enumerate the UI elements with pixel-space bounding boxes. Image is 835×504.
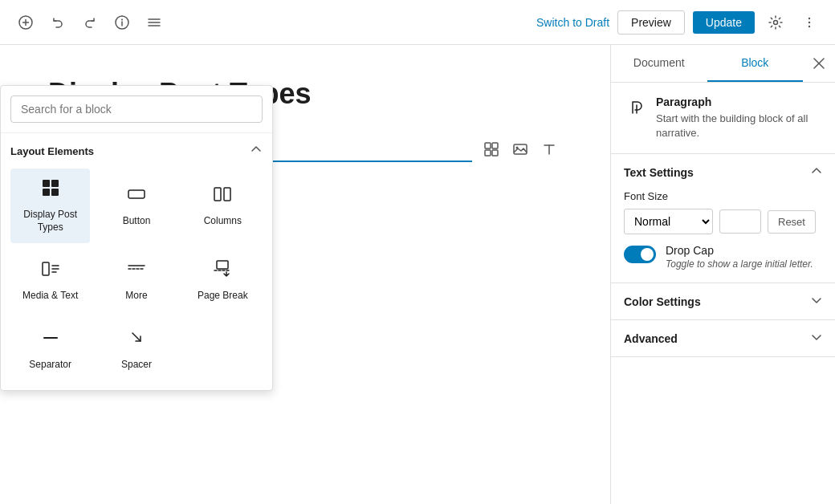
separator-block-icon	[41, 328, 60, 352]
redo-button[interactable]	[77, 10, 103, 35]
tab-block[interactable]: Block	[707, 45, 804, 82]
more-label: More	[125, 290, 147, 303]
add-icon	[18, 15, 33, 30]
text-view-button[interactable]	[536, 136, 562, 162]
font-size-number-input[interactable]	[719, 209, 761, 234]
tab-document[interactable]: Document	[611, 45, 707, 82]
page-break-icon	[213, 259, 232, 278]
block-section-layout: Layout Elements	[1, 133, 272, 390]
chevron-down-small-icon	[811, 331, 822, 343]
svg-rect-29	[224, 188, 230, 201]
grid-view-button[interactable]	[479, 136, 504, 162]
topbar-right: Switch to Draft Preview Update	[536, 10, 822, 35]
more-block-icon	[127, 259, 146, 283]
block-search-input[interactable]	[10, 96, 263, 123]
paragraph-block-icon	[624, 96, 646, 123]
layout-section-collapse-button[interactable]	[250, 143, 263, 159]
block-info: Paragraph Start with the building block …	[611, 83, 835, 154]
settings-gear-button[interactable]	[763, 10, 788, 35]
svg-line-39	[132, 333, 141, 341]
editor-area[interactable]: Display Post Types	[0, 45, 610, 504]
font-size-label: Font Size	[624, 190, 822, 202]
color-settings-title: Color Settings	[624, 295, 701, 308]
svg-rect-18	[492, 150, 498, 156]
font-size-row: Normal Small Medium Large Extra Large Re…	[624, 209, 822, 234]
svg-rect-16	[492, 143, 498, 148]
separator-icon	[41, 328, 60, 348]
block-toolbar	[479, 136, 562, 162]
svg-rect-27	[128, 190, 145, 198]
svg-rect-15	[485, 143, 491, 148]
info-button[interactable]	[109, 10, 135, 35]
display-post-types-icon	[41, 178, 60, 202]
add-block-topbar-button[interactable]	[13, 10, 39, 35]
image-view-button[interactable]	[507, 136, 533, 162]
preview-button[interactable]: Preview	[617, 10, 685, 35]
svg-point-9	[774, 20, 778, 24]
svg-point-20	[516, 147, 519, 149]
gear-icon	[768, 14, 784, 30]
page-break-block-icon	[213, 259, 232, 283]
block-search	[1, 86, 272, 133]
block-grid: Display Post Types Button	[10, 169, 263, 380]
text-settings-title: Text Settings	[624, 166, 694, 179]
drop-cap-row: Drop Cap Toggle to show a large initial …	[624, 244, 822, 270]
svg-rect-25	[43, 189, 50, 196]
block-item-columns[interactable]: Columns	[183, 169, 263, 243]
sidebar-tabs: Document Block	[611, 45, 835, 83]
block-item-display-post-types[interactable]: Display Post Types	[10, 169, 90, 243]
button-label: Button	[123, 215, 151, 228]
main-layout: Display Post Types	[0, 45, 835, 504]
text-settings-body: Font Size Normal Small Medium Large Extr…	[611, 190, 835, 282]
font-size-reset-button[interactable]: Reset	[768, 210, 816, 234]
chevron-down-icon	[811, 295, 822, 306]
advanced-header[interactable]: Advanced	[611, 320, 835, 356]
button-icon	[127, 185, 146, 204]
separator-label: Separator	[29, 359, 71, 372]
grid-4-icon	[41, 178, 60, 197]
text-settings-chevron-icon	[811, 165, 822, 179]
menu-button[interactable]	[141, 10, 167, 35]
svg-rect-23	[43, 180, 50, 187]
svg-rect-24	[51, 180, 59, 187]
block-item-media-text[interactable]: Media & Text	[10, 250, 90, 312]
media-text-icon	[41, 259, 60, 278]
block-info-text: Paragraph Start with the building block …	[656, 96, 822, 140]
columns-icon	[213, 185, 232, 204]
close-icon	[813, 57, 825, 70]
more-options-button[interactable]	[796, 10, 822, 35]
block-item-page-break[interactable]: Page Break	[183, 250, 263, 312]
image-icon	[512, 141, 528, 157]
svg-rect-28	[214, 188, 221, 201]
ellipsis-vertical-icon	[802, 15, 817, 30]
close-sidebar-button[interactable]	[803, 47, 835, 79]
update-button[interactable]: Update	[693, 11, 755, 34]
svg-point-10	[809, 17, 810, 18]
block-section-layout-header[interactable]: Layout Elements	[10, 143, 263, 159]
media-text-label: Media & Text	[22, 290, 78, 303]
text-settings-section: Text Settings Font Size Normal Small Med…	[611, 154, 835, 283]
sidebar: Document Block Paragraph Start with the …	[610, 45, 835, 504]
block-item-spacer[interactable]: Spacer	[96, 319, 176, 381]
chevron-up-small-icon	[811, 165, 822, 177]
block-item-more[interactable]: More	[96, 250, 176, 312]
svg-rect-17	[485, 150, 491, 156]
switch-to-draft-button[interactable]: Switch to Draft	[536, 16, 609, 29]
svg-rect-26	[51, 189, 59, 196]
block-item-separator[interactable]: Separator	[10, 319, 90, 381]
svg-rect-30	[43, 262, 49, 275]
font-size-select[interactable]: Normal Small Medium Large Extra Large	[624, 209, 713, 234]
color-settings-header[interactable]: Color Settings	[611, 283, 835, 319]
spacer-icon	[127, 328, 146, 348]
chevron-up-icon	[250, 143, 263, 156]
pilcrow-icon	[624, 96, 646, 118]
block-picker-popup: Layout Elements	[0, 85, 273, 391]
undo-button[interactable]	[45, 10, 71, 35]
svg-rect-36	[217, 261, 228, 269]
columns-block-icon	[213, 185, 232, 209]
color-settings-chevron-icon	[811, 295, 822, 308]
block-item-button[interactable]: Button	[96, 169, 176, 243]
text-settings-header[interactable]: Text Settings	[611, 154, 835, 190]
undo-icon	[51, 15, 65, 30]
drop-cap-toggle[interactable]	[624, 246, 656, 263]
